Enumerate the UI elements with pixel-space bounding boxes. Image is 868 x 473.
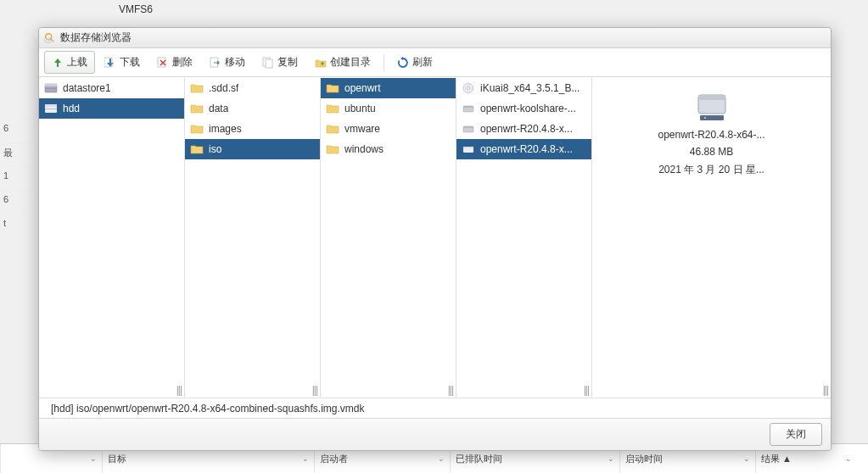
background-row: t (0, 214, 42, 231)
datastore-icon (44, 102, 58, 115)
svg-point-15 (468, 87, 470, 90)
background-row: 6 (0, 190, 42, 208)
close-button[interactable]: 关闭 (770, 423, 822, 446)
delete-label: 删除 (172, 55, 193, 70)
item-label: vmware (344, 123, 380, 135)
chevron-down-icon: ⌄ (845, 454, 852, 463)
download-label: 下载 (120, 55, 140, 70)
svg-rect-23 (698, 95, 725, 100)
list-item[interactable]: windows (321, 139, 456, 159)
download-icon (104, 57, 116, 69)
preview-pane: openwrt-R20.4.8-x64-...46.88 MB2021 年 3 … (592, 78, 831, 398)
hard-drive-icon (692, 90, 732, 124)
bg-text: VMFS6 (119, 3, 153, 15)
list-item[interactable]: data (185, 98, 320, 119)
item-label: images (209, 123, 242, 135)
item-label: openwrt-koolshare-... (480, 103, 576, 114)
status-bar: [hdd] iso/openwrt/openwrt-R20.4.8-x64-co… (39, 398, 831, 418)
list-item[interactable]: openwrt-R20.4.8-x... (456, 119, 591, 139)
item-label: iKuai8_x64_3.5.1_B... (480, 82, 580, 94)
svg-rect-12 (45, 104, 57, 107)
chevron-down-icon: ⌄ (438, 454, 445, 463)
column-resize-handle[interactable]: ||| (312, 384, 317, 396)
dialog-titlebar[interactable]: 数据存储浏览器 (39, 28, 831, 48)
refresh-label: 刷新 (412, 55, 433, 70)
svg-rect-17 (463, 106, 473, 108)
folder-icon (190, 122, 204, 136)
disk-icon (462, 142, 475, 156)
column-resize-handle[interactable]: ||| (448, 384, 453, 396)
list-item[interactable]: images (185, 119, 320, 139)
svg-line-1 (51, 38, 54, 42)
search-datastore-icon (44, 32, 56, 44)
chevron-down-icon: ⌄ (608, 454, 614, 463)
folder-icon (326, 81, 339, 95)
svg-point-25 (704, 117, 706, 119)
toolbar-separator (384, 54, 384, 71)
folder-icon (326, 142, 339, 156)
column-resize-handle[interactable]: ||| (823, 384, 828, 396)
col-label: 结果 ▲ (761, 453, 792, 465)
move-icon (210, 57, 221, 69)
disc-icon (462, 81, 475, 95)
refresh-icon (397, 57, 409, 69)
create-directory-button[interactable]: 创建目录 (307, 51, 378, 74)
list-item[interactable]: vmware (321, 119, 456, 139)
toolbar: 上载 下载 删除 移动 复制 创建目录 刷新 (39, 48, 831, 77)
list-item[interactable]: iso (185, 139, 320, 159)
item-label: openwrt-R20.4.8-x... (480, 123, 573, 135)
item-label: openwrt (344, 82, 381, 94)
move-button[interactable]: 移动 (202, 51, 253, 74)
copy-label: 复制 (277, 55, 298, 70)
browser-column: .sdd.sfdataimagesiso||| (185, 78, 321, 398)
dialog-footer: 关闭 (39, 418, 831, 450)
datastore-icon (44, 81, 58, 95)
move-label: 移动 (225, 55, 245, 70)
list-item[interactable]: datastore1 (39, 78, 184, 98)
svg-rect-9 (45, 84, 57, 86)
item-label: hdd (63, 103, 80, 114)
datastore-browser-dialog: 数据存储浏览器 上载 下载 删除 移动 复制 创建目录 刷新 (38, 27, 832, 451)
column-resize-handle[interactable]: ||| (584, 384, 589, 396)
mkdir-label: 创建目录 (330, 55, 371, 70)
folder-icon (190, 142, 204, 156)
svg-rect-21 (463, 147, 473, 148)
chevron-down-icon: ⌄ (302, 454, 309, 463)
disk-icon (462, 122, 475, 136)
browser-column: iKuai8_x64_3.5.1_B...openwrt-koolshare-.… (456, 78, 592, 398)
list-item[interactable]: iKuai8_x64_3.5.1_B... (456, 78, 591, 98)
svg-rect-19 (463, 126, 473, 128)
item-label: ubuntu (344, 103, 376, 114)
download-button[interactable]: 下载 (97, 51, 148, 74)
svg-rect-24 (700, 115, 724, 120)
list-item[interactable]: hdd (39, 98, 184, 119)
chevron-down-icon: ⌄ (90, 454, 97, 463)
upload-icon (52, 57, 64, 69)
upload-button[interactable]: 上载 (44, 51, 95, 74)
svg-rect-7 (266, 59, 272, 68)
dialog-title: 数据存储浏览器 (60, 31, 132, 45)
preview-filename: openwrt-R20.4.8-x64-... (658, 129, 764, 141)
list-item[interactable]: ubuntu (321, 98, 456, 119)
chevron-down-icon: ⌄ (743, 454, 750, 463)
list-item[interactable]: openwrt-koolshare-... (456, 98, 591, 119)
item-label: openwrt-R20.4.8-x... (480, 143, 573, 155)
item-label: datastore1 (63, 82, 111, 94)
disk-icon (462, 102, 475, 115)
item-label: windows (344, 143, 384, 155)
list-item[interactable]: openwrt-R20.4.8-x... (456, 139, 591, 159)
column-browser: datastore1hdd|||.sdd.sfdataimagesiso|||o… (39, 77, 831, 398)
folder-plus-icon (315, 57, 327, 69)
delete-button[interactable]: 删除 (149, 51, 200, 74)
refresh-button[interactable]: 刷新 (389, 51, 440, 74)
copy-button[interactable]: 复制 (255, 51, 305, 74)
col-label: 启动时间 (625, 453, 663, 465)
list-item[interactable]: .sdd.sf (185, 78, 320, 98)
preview-size: 46.88 MB (690, 146, 733, 158)
column-resize-handle[interactable]: ||| (176, 384, 182, 396)
svg-rect-10 (45, 88, 57, 89)
folder-icon (190, 81, 204, 95)
item-label: data (209, 103, 228, 114)
list-item[interactable]: openwrt (321, 78, 456, 98)
status-path: [hdd] iso/openwrt/openwrt-R20.4.8-x64-co… (51, 403, 365, 415)
